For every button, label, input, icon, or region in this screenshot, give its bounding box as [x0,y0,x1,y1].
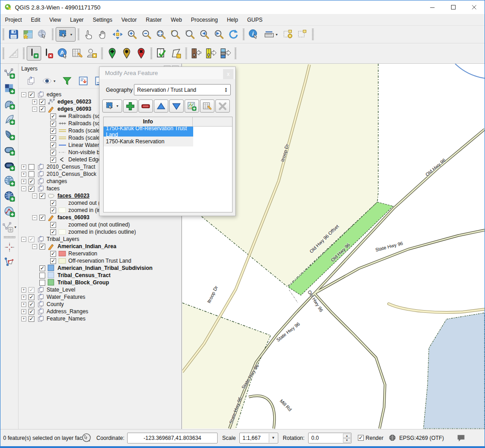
layer-visibility-checkbox[interactable]: ✓ [29,287,34,293]
minimize-button[interactable] [422,0,443,14]
toolbar-handle[interactable] [77,28,80,40]
collapse-icon[interactable]: − [32,193,37,198]
select-rect-button[interactable]: ▼ [102,99,122,113]
layer-tree-item[interactable]: +✓Water_Features [19,293,181,301]
toolbar-handle[interactable] [4,236,15,238]
validate-edits-button[interactable] [154,46,169,61]
measure-button[interactable]: ▼ [261,27,281,42]
chevron-down-icon[interactable]: ▼ [53,80,56,83]
refresh-button[interactable] [226,27,241,42]
layer-visibility-checkbox[interactable]: ✓ [39,193,45,199]
collapse-icon[interactable]: − [21,237,26,242]
spin-up-icon[interactable]: ▲ [343,434,351,438]
expand-icon[interactable]: + [21,172,26,177]
layer-visibility-checkbox[interactable]: ✓ [50,207,56,213]
add-db2-button[interactable] [2,158,17,173]
label-a-button[interactable]: A [56,46,70,61]
toolbar-handle[interactable] [150,47,152,59]
expand-icon[interactable]: + [21,288,26,292]
close-button[interactable] [464,0,485,14]
polygon-star-button[interactable] [169,46,183,61]
chevron-down-icon[interactable]: ▼ [70,33,73,36]
pan-selection-button[interactable] [110,27,125,42]
toolbar-handle[interactable] [101,47,103,59]
toolbar-handle[interactable] [23,47,25,59]
layer-visibility-checkbox[interactable]: ✓ [29,294,34,300]
layer-visibility-checkbox[interactable]: ✓ [29,316,34,322]
layer-visibility-checkbox[interactable]: ✓ [29,179,34,184]
collapse-icon[interactable]: − [21,92,26,97]
map-tips-button[interactable] [35,27,50,42]
layer-visibility-checkbox[interactable]: ✓ [50,222,56,228]
collapse-icon[interactable]: − [32,107,37,112]
menu-view[interactable]: View [45,15,66,25]
layer-visibility-checkbox[interactable]: ✓ [50,142,56,148]
menu-vector[interactable]: Vector [117,15,141,25]
layer-tree-item[interactable]: +✓Feature_Names [19,315,181,322]
chevron-down-icon[interactable]: ▼ [269,434,277,443]
attribute-table-button[interactable] [70,46,85,61]
layer-tree-item[interactable]: ✓American_Indian_Tribal_Subdivision [19,264,181,272]
add-wfs-button[interactable] [2,204,17,219]
combo-spinner-icon[interactable]: ▲▼ [224,87,228,93]
info-table-row[interactable]: 1750-Karuk Reservation [104,137,193,146]
layer-visibility-checkbox[interactable]: ✓ [50,128,56,134]
zoom-last-button[interactable] [197,27,212,42]
import-out-button[interactable] [204,46,218,61]
toolbar-handle[interactable] [2,47,5,59]
attribute-table-button[interactable] [200,99,214,113]
zoom-out-button[interactable] [139,27,154,42]
layer-visibility-checkbox[interactable]: ✓ [29,302,34,307]
zoom-in-button[interactable] [125,27,139,42]
layer-tree-item[interactable]: +✓Address_Ranges [19,308,181,315]
group-layers-button[interactable] [23,74,39,88]
info-table-row[interactable]: 1750-Karuk Off-Reservation Trust Land [104,127,193,137]
maximize-button[interactable] [443,0,464,14]
menu-web[interactable]: Web [166,15,186,25]
expand-icon[interactable]: + [21,179,26,184]
layer-visibility-checkbox[interactable]: ✓ [29,186,34,192]
layer-visibility-checkbox[interactable]: ✓ [29,236,34,242]
menu-project[interactable]: Project [0,15,26,25]
menu-gups[interactable]: GUPS [242,15,267,25]
layer-visibility-checkbox[interactable]: ✓ [50,251,56,257]
menu-processing[interactable]: Processing [186,15,222,25]
collapse-icon[interactable]: − [21,186,26,191]
toolbar-handle[interactable] [234,47,237,59]
filter-button[interactable] [59,74,75,88]
globe-crs-icon[interactable] [389,434,397,442]
layer-visibility-checkbox[interactable]: ✓ [39,215,45,221]
layer-visibility-checkbox[interactable]: ✓ [50,157,56,163]
add-vector-button[interactable] [2,66,17,81]
layer-tree-item[interactable]: ✓Off-reservation Trust Land [19,257,181,264]
dialog-close-button[interactable]: x [223,69,233,79]
layer-visibility-checkbox[interactable] [39,273,45,278]
layer-visibility-checkbox[interactable]: ✓ [39,265,45,271]
edit-line-add-button[interactable] [27,46,41,61]
layer-tree-item[interactable]: +✓State_Level [19,286,181,293]
layer-tree-item[interactable]: ✓Reservation [19,250,181,257]
layer-tree-item[interactable]: +✓County [19,301,181,308]
pin-add-button[interactable] [105,46,119,61]
speech-bubble-icon[interactable] [456,434,466,443]
add-spatialite-button[interactable] [2,112,17,127]
layer-visibility-checkbox[interactable]: ✓ [29,309,34,315]
composer-button[interactable] [21,27,35,42]
rotation-spinner[interactable]: 0.0 ▲▼ [308,433,352,443]
menu-edit[interactable]: Edit [26,15,45,25]
layer-tree-item[interactable]: Tribal_Census_Tract [19,272,181,279]
add-wms-button[interactable] [2,173,17,189]
identify-button[interactable]: i [247,27,261,42]
expand-icon[interactable]: + [21,302,26,307]
toolbar-handle[interactable] [312,28,314,40]
expand-icon[interactable]: + [32,99,37,104]
zoom-selection-button[interactable] [168,27,183,42]
save-button[interactable] [6,27,21,42]
toolbar-handle[interactable] [2,28,5,40]
person-star-button[interactable]: ✶ [85,46,99,61]
layer-visibility-checkbox[interactable]: ✓ [50,135,56,141]
map-plus-button[interactable] [185,99,199,113]
layer-tree-item[interactable]: ✓zoomed out (not outlined) [19,221,181,228]
layer-visibility-checkbox[interactable]: ✓ [39,106,45,112]
collapse-icon[interactable]: − [32,215,37,220]
